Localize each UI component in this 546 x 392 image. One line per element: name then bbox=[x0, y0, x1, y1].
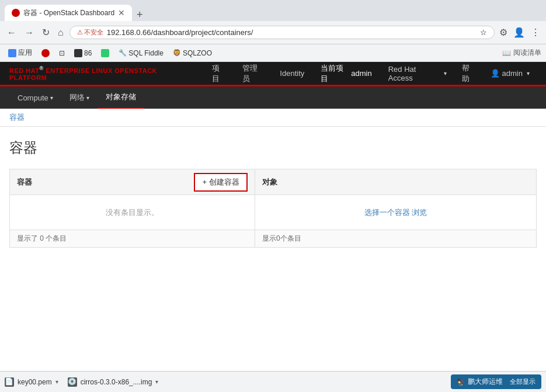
bookmark-green[interactable] bbox=[98, 48, 113, 58]
os-nav-right: 当前项目 admin Red Hat Access ▾ 帮助 👤 admin ▾ bbox=[312, 63, 537, 84]
sqlzoo-label: SQLZOO bbox=[183, 49, 212, 57]
select-container-link[interactable]: 选择一个容器 浏览 bbox=[364, 207, 427, 218]
containers-footer: 显示了 0 个条目 bbox=[10, 230, 255, 247]
user-label: admin bbox=[502, 69, 523, 78]
help-button[interactable]: 帮助 bbox=[455, 63, 484, 84]
forward-button[interactable]: → bbox=[22, 26, 36, 39]
page-content: 容器 容器 + 创建容器 没有条目显示。 显示了 0 个条目 对象 bbox=[0, 127, 546, 259]
red-hat-access-menu[interactable]: Red Hat Access ▾ bbox=[380, 65, 455, 82]
objects-col-header: 对象 bbox=[262, 177, 529, 188]
breadcrumb-link[interactable]: 容器 bbox=[9, 113, 25, 122]
current-project: 当前项目 admin bbox=[312, 63, 380, 84]
warning-triangle-icon: ⚠ bbox=[77, 29, 83, 36]
os-header: RED HAT® ENTERPRISE LINUX OPENSTACK PLAT… bbox=[0, 62, 546, 86]
bookmark-num: 86 bbox=[84, 49, 92, 57]
bookmark-red-icon bbox=[41, 49, 50, 57]
red-hat-access-label: Red Hat Access bbox=[388, 65, 440, 82]
download-chevron-1: ▾ bbox=[55, 379, 58, 385]
nav-item-identity[interactable]: Identity bbox=[272, 62, 312, 85]
subnav-object-storage-label: 对象存储 bbox=[106, 92, 136, 102]
containers-panel: 容器 + 创建容器 没有条目显示。 显示了 0 个条目 bbox=[10, 169, 255, 247]
read-mode-label: 阅读清单 bbox=[513, 48, 541, 58]
bookmark-apps[interactable]: 应用 bbox=[5, 47, 36, 59]
bookmark-star-icon[interactable]: ☆ bbox=[480, 28, 487, 37]
objects-footer: 显示0个条目 bbox=[255, 230, 536, 247]
tab-favicon bbox=[12, 9, 20, 17]
tab-bar: 容器 - OpenStack Dashboard ✕ + bbox=[0, 0, 546, 21]
read-mode-button[interactable]: 📖 阅读清单 bbox=[502, 48, 541, 58]
subnav-network-label: 网络 bbox=[69, 92, 85, 103]
no-items-text: 没有条目显示。 bbox=[96, 198, 168, 227]
browser-toolbar: ← → ↻ ⌂ ⚠ 不安全 192.168.0.66/dashboard/pro… bbox=[0, 21, 546, 44]
os-logo-main: RED HAT bbox=[9, 67, 40, 74]
bookmarks-bar: 应用 ⊡ 86 🔧 SQL Fiddle 🦁 SQLZOO 📖 阅读清单 bbox=[0, 44, 546, 62]
os-main-nav: 项目 管理员 Identity bbox=[204, 62, 312, 85]
sqlfiddle-icon: 🔧 bbox=[119, 49, 127, 57]
bookmark-grid[interactable]: 86 bbox=[71, 48, 95, 58]
brand-icon: 🦅 bbox=[457, 378, 465, 386]
red-hat-access-chevron: ▾ bbox=[444, 70, 447, 77]
subnav-compute-chevron: ▾ bbox=[50, 95, 53, 101]
bookmark-red[interactable] bbox=[38, 48, 53, 58]
address-bar[interactable]: ⚠ 不安全 192.168.0.66/dashboard/project/con… bbox=[69, 26, 495, 39]
breadcrumb: 容器 bbox=[0, 109, 546, 127]
bookmark-dash[interactable]: ⊡ bbox=[55, 48, 68, 58]
apps-grid-icon bbox=[8, 49, 16, 57]
nav-item-admin[interactable]: 管理员 bbox=[234, 62, 272, 85]
tab-close-button[interactable]: ✕ bbox=[118, 8, 125, 18]
subnav-compute-label: Compute bbox=[18, 93, 48, 102]
security-warning: ⚠ 不安全 bbox=[77, 28, 103, 37]
containers-table-body: 没有条目显示。 bbox=[10, 195, 255, 230]
os-logo-sup: ® bbox=[40, 65, 44, 71]
current-project-label: 当前项目 bbox=[321, 63, 349, 84]
menu-button[interactable]: ⋮ bbox=[530, 26, 541, 39]
containers-layout: 容器 + 创建容器 没有条目显示。 显示了 0 个条目 对象 选择一个容器 浏览 bbox=[9, 169, 537, 248]
brand-label: 鹏大师运维 bbox=[468, 377, 503, 387]
objects-body: 选择一个容器 浏览 bbox=[255, 195, 536, 230]
download-item-1[interactable]: 📄 key00.pem ▾ bbox=[5, 377, 58, 387]
show-all-label[interactable]: 全部显示 bbox=[510, 377, 535, 386]
os-subnav: Compute ▾ 网络 ▾ 对象存储 bbox=[0, 86, 546, 109]
user-menu[interactable]: 👤 admin ▾ bbox=[484, 69, 537, 78]
bookmark-sqlfiddle[interactable]: 🔧 SQL Fiddle bbox=[115, 48, 167, 58]
page-title: 容器 bbox=[9, 138, 537, 157]
subnav-network[interactable]: 网络 ▾ bbox=[61, 86, 98, 109]
bookmark-dash-icon: ⊡ bbox=[59, 49, 65, 57]
download-file-1: key00.pem bbox=[18, 378, 52, 386]
download-item-2[interactable]: 💿 cirros-0.3.0-x86_....img ▾ bbox=[68, 377, 159, 387]
download-chevron-2: ▾ bbox=[155, 379, 158, 385]
browser-bottom-bar: 📄 key00.pem ▾ 💿 cirros-0.3.0-x86_....img… bbox=[0, 371, 546, 392]
objects-header: 对象 bbox=[255, 169, 536, 195]
new-tab-button[interactable]: + bbox=[132, 9, 148, 21]
download-icon-2: 💿 bbox=[68, 377, 77, 387]
subnav-network-chevron: ▾ bbox=[86, 95, 89, 101]
toolbar-icons: ⚙ 👤 ⋮ bbox=[498, 26, 541, 39]
create-container-button[interactable]: + 创建容器 bbox=[194, 173, 248, 192]
read-mode-icon: 📖 bbox=[502, 49, 511, 57]
help-label: 帮助 bbox=[462, 64, 470, 83]
home-button[interactable]: ⌂ bbox=[55, 26, 66, 39]
os-logo: RED HAT® ENTERPRISE LINUX OPENSTACK PLAT… bbox=[9, 65, 192, 81]
back-button[interactable]: ← bbox=[5, 26, 19, 39]
browser-chrome: 容器 - OpenStack Dashboard ✕ + ← → ↻ ⌂ ⚠ 不… bbox=[0, 0, 546, 62]
subnav-object-storage[interactable]: 对象存储 bbox=[98, 86, 144, 109]
containers-footer-count: 显示了 0 个条目 bbox=[17, 234, 67, 242]
objects-panel: 对象 选择一个容器 浏览 显示0个条目 bbox=[255, 169, 536, 247]
address-text: 192.168.0.66/dashboard/project/container… bbox=[107, 28, 477, 37]
bookmark-green-icon bbox=[101, 49, 109, 57]
subnav-compute[interactable]: Compute ▾ bbox=[9, 86, 61, 109]
user-chevron: ▾ bbox=[527, 70, 530, 77]
user-icon: 👤 bbox=[491, 69, 500, 78]
active-tab[interactable]: 容器 - OpenStack Dashboard ✕ bbox=[5, 5, 132, 21]
profile-button[interactable]: 👤 bbox=[512, 26, 526, 39]
bookmark-sqlzoo[interactable]: 🦁 SQLZOO bbox=[169, 48, 215, 58]
current-project-value: admin bbox=[351, 69, 371, 78]
containers-col-header: 容器 bbox=[17, 177, 194, 188]
brand-badge: 🦅 鹏大师运维 全部显示 bbox=[451, 374, 541, 389]
download-file-2: cirros-0.3.0-x86_....img bbox=[81, 378, 152, 386]
nav-item-project[interactable]: 项目 bbox=[204, 62, 234, 85]
reload-button[interactable]: ↻ bbox=[40, 26, 52, 39]
create-container-label: 创建容器 bbox=[209, 177, 239, 188]
objects-footer-count: 显示0个条目 bbox=[262, 234, 301, 242]
extensions-button[interactable]: ⚙ bbox=[498, 26, 509, 39]
